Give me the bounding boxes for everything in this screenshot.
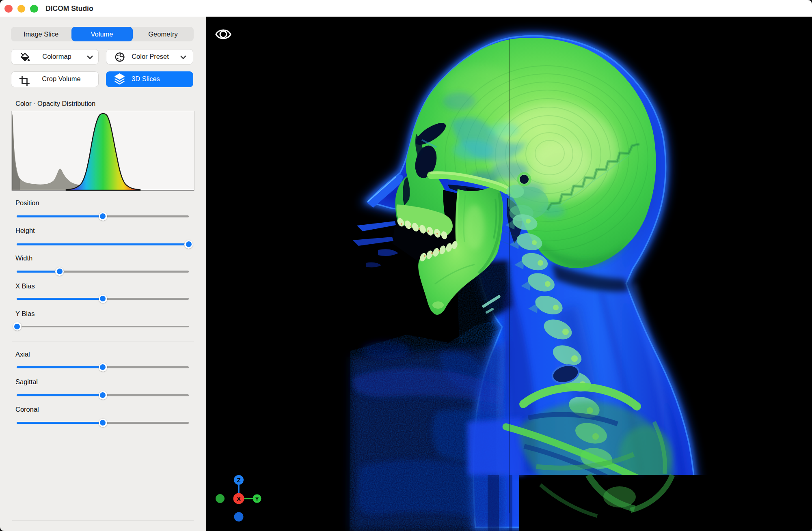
svg-text:X: X bbox=[237, 495, 241, 502]
svg-text:Z: Z bbox=[237, 477, 240, 484]
svg-text:Y: Y bbox=[255, 496, 259, 502]
